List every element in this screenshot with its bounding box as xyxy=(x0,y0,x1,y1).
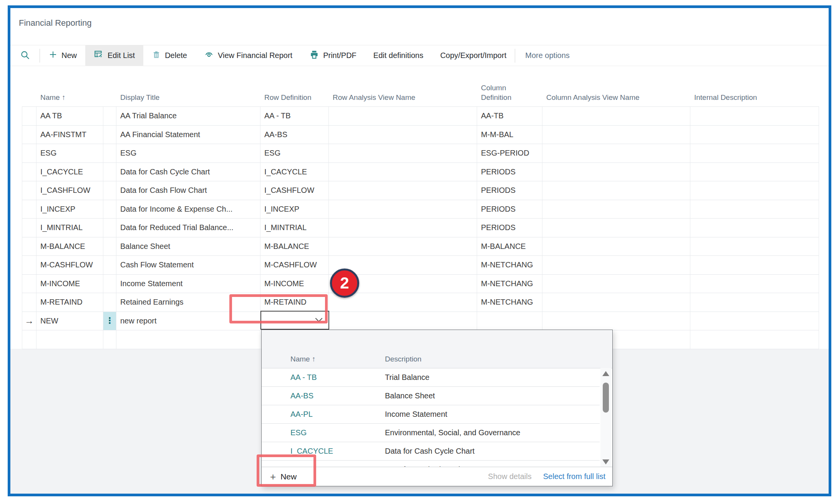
cell-row-analysis-view-name[interactable] xyxy=(329,200,477,219)
cell-column-analysis-view-name[interactable] xyxy=(542,181,690,200)
cell-column-analysis-view-name[interactable] xyxy=(542,312,690,330)
header-name[interactable]: Name ↑ xyxy=(36,93,103,106)
row-ellipsis-icon[interactable]: ⋮ xyxy=(103,312,116,330)
cell-row-analysis-view-name[interactable] xyxy=(329,237,477,256)
cell-column-analysis-view-name[interactable] xyxy=(542,163,690,181)
select-from-full-list-link[interactable]: Select from full list xyxy=(543,472,605,481)
cell-display-title[interactable]: Data for Income & Expense Ch... xyxy=(116,200,260,219)
cell-row-definition[interactable]: M-BALANCE xyxy=(260,237,329,256)
cell-internal-description[interactable] xyxy=(690,126,819,144)
cell-column-analysis-view-name[interactable] xyxy=(542,275,690,293)
cell-column-definition[interactable]: M-NETCHANG xyxy=(477,293,542,312)
dropdown-new-button[interactable]: + New xyxy=(270,472,297,482)
cell-display-title[interactable]: Data for Cash Cycle Chart xyxy=(116,163,260,181)
table-row[interactable]: M-CASHFLOWCash Flow StatementM-CASHFLOWM… xyxy=(22,256,819,275)
cell-row-analysis-view-name[interactable] xyxy=(329,219,477,237)
row-ellipsis[interactable] xyxy=(103,293,116,312)
cell-row-analysis-view-name[interactable] xyxy=(329,181,477,200)
dropdown-scrollbar[interactable] xyxy=(600,368,611,468)
cell-name[interactable]: AA TB xyxy=(36,107,103,125)
print-pdf-button[interactable]: Print/PDF xyxy=(301,45,365,66)
cell-row-definition[interactable]: I_INCEXP xyxy=(260,200,329,219)
row-ellipsis[interactable] xyxy=(103,181,116,200)
cell-display-title[interactable]: Data for Cash Flow Chart xyxy=(116,181,260,200)
cell-row-definition[interactable]: M-RETAIND xyxy=(260,293,329,312)
row-ellipsis[interactable] xyxy=(103,163,116,181)
option-name[interactable]: I_CACYCLE xyxy=(290,447,385,456)
cell-column-definition[interactable]: PERIODS xyxy=(477,181,542,200)
table-row[interactable]: ESGESGESGESG-PERIOD xyxy=(22,144,819,163)
dropdown-option[interactable]: AA-BSBalance Sheet xyxy=(262,387,600,405)
cell-internal-description[interactable] xyxy=(690,200,819,219)
cell-column-definition[interactable]: M-NETCHANG xyxy=(477,256,542,274)
cell-display-title[interactable]: Retained Earnings xyxy=(116,293,260,312)
cell-row-definition[interactable]: I_CACYCLE xyxy=(260,163,329,181)
option-name[interactable]: AA-BS xyxy=(290,391,385,400)
edit-definitions-button[interactable]: Edit definitions xyxy=(365,45,432,66)
cell-column-analysis-view-name[interactable] xyxy=(542,126,690,144)
cell-column-analysis-view-name[interactable] xyxy=(542,107,690,125)
cell-name[interactable]: AA-FINSTMT xyxy=(36,126,103,144)
dropdown-header-description[interactable]: Description xyxy=(385,355,421,363)
cell-display-title[interactable]: AA Financial Statement xyxy=(116,126,260,144)
cell-internal-description[interactable] xyxy=(690,107,819,125)
more-options-button[interactable]: More options xyxy=(515,45,580,66)
cell-display-title[interactable]: Income Statement xyxy=(116,275,260,293)
cell-display-title[interactable]: new report xyxy=(116,312,260,330)
cell-name[interactable]: M-CASHFLOW xyxy=(36,256,103,274)
dropdown-header-name[interactable]: Name ↑ xyxy=(290,355,385,363)
cell-name[interactable]: M-RETAIND xyxy=(36,293,103,312)
cell-internal-description[interactable] xyxy=(690,293,819,312)
cell-column-definition[interactable]: M-NETCHANG xyxy=(477,275,542,293)
cell-row-definition[interactable]: I_CASHFLOW xyxy=(260,181,329,200)
cell-row-analysis-view-name[interactable] xyxy=(329,107,477,125)
option-name[interactable]: AA-PL xyxy=(290,410,385,419)
cell-column-analysis-view-name[interactable] xyxy=(542,293,690,312)
cell-column-analysis-view-name[interactable] xyxy=(542,237,690,256)
dropdown-option[interactable]: AA - TBTrial Balance xyxy=(262,368,600,387)
option-name[interactable]: ESG xyxy=(290,428,385,437)
cell-row-definition[interactable]: ESG xyxy=(260,144,329,162)
table-row[interactable]: AA-FINSTMTAA Financial StatementAA-BSM-M… xyxy=(22,126,819,144)
edit-list-button[interactable]: Edit List xyxy=(85,45,143,66)
cell-row-analysis-view-name[interactable] xyxy=(329,312,477,330)
cell-display-title[interactable]: AA Trial Balance xyxy=(116,107,260,125)
cell-display-title[interactable]: Cash Flow Statement xyxy=(116,256,260,274)
table-row[interactable]: I_INCEXPData for Income & Expense Ch...I… xyxy=(22,200,819,219)
dropdown-option[interactable]: I_CACYCLEData for Cash Cycle Chart xyxy=(262,442,600,461)
dropdown-option[interactable]: AA-PLIncome Statement xyxy=(262,405,600,424)
cell-column-definition[interactable]: PERIODS xyxy=(477,163,542,181)
cell-name[interactable]: M-INCOME xyxy=(36,275,103,293)
cell-internal-description[interactable] xyxy=(690,275,819,293)
cell-internal-description[interactable] xyxy=(690,219,819,237)
view-financial-report-button[interactable]: View Financial Report xyxy=(196,45,301,66)
cell-row-definition[interactable]: AA-BS xyxy=(260,126,329,144)
cell-column-definition[interactable] xyxy=(477,312,542,330)
cell-row-definition[interactable]: AA - TB xyxy=(260,107,329,125)
table-row[interactable]: M-INCOMEIncome StatementM-INCOMEM-NETCHA… xyxy=(22,275,819,293)
cell-column-definition[interactable]: M-BALANCE xyxy=(477,237,542,256)
cell-column-analysis-view-name[interactable] xyxy=(542,200,690,219)
cell-name[interactable]: NEW xyxy=(36,312,103,330)
cell-name[interactable]: I_CACYCLE xyxy=(36,163,103,181)
table-row[interactable]: M-RETAINDRetained EarningsM-RETAINDM-NET… xyxy=(22,293,819,312)
row-ellipsis[interactable] xyxy=(103,144,116,162)
table-row[interactable]: →NEW⋮new report xyxy=(22,312,819,331)
cell-name[interactable]: I_MINTRIAL xyxy=(36,219,103,237)
row-ellipsis[interactable] xyxy=(103,237,116,256)
table-row[interactable]: I_MINTRIALData for Reduced Trial Balance… xyxy=(22,219,819,237)
cell-column-analysis-view-name[interactable] xyxy=(542,256,690,274)
cell-row-analysis-view-name[interactable] xyxy=(329,126,477,144)
cell-name[interactable] xyxy=(36,330,103,349)
cell-row-definition[interactable]: M-CASHFLOW xyxy=(260,256,329,274)
header-column-analysis-view-name[interactable]: Column Analysis View Name xyxy=(542,93,690,106)
cell-column-definition[interactable]: PERIODS xyxy=(477,219,542,237)
dropdown-option[interactable]: ESGEnvironmental, Social, and Governance xyxy=(262,424,600,442)
cell-internal-description[interactable] xyxy=(690,181,819,200)
new-button[interactable]: New xyxy=(40,45,85,66)
copy-export-import-button[interactable]: Copy/Export/Import xyxy=(432,45,515,66)
cell-column-definition[interactable]: PERIODS xyxy=(477,200,542,219)
cell-name[interactable]: I_INCEXP xyxy=(36,200,103,219)
cell-name[interactable]: M-BALANCE xyxy=(36,237,103,256)
header-column-definition[interactable]: Column Definition xyxy=(477,83,523,106)
